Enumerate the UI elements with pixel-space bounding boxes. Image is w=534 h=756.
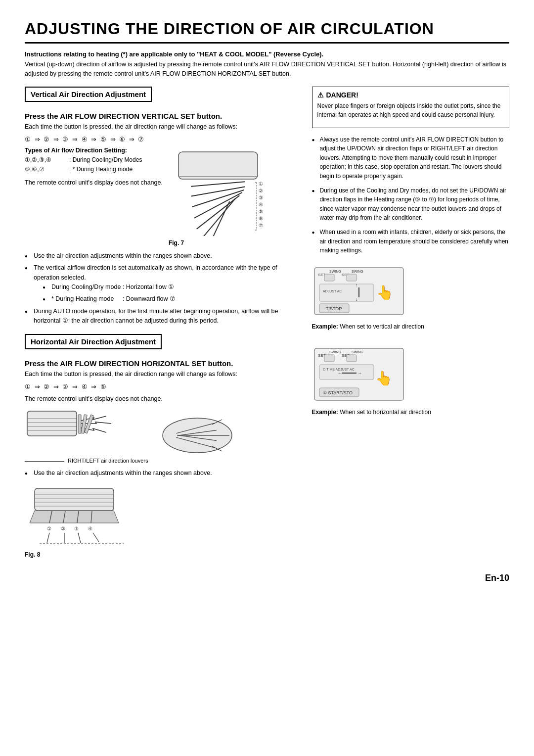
vertical-bullet-3: During AUTO mode operation, for the firs…: [25, 307, 292, 326]
svg-text:③: ③: [259, 195, 263, 200]
remote-horizontal-svg: SET SWING SET SWING ⟳ ⇄ O TIME ADJUST AC…: [312, 346, 406, 405]
svg-text:↑: ↑: [356, 283, 358, 287]
svg-rect-55: [347, 274, 356, 281]
type-val-2: : * During Heating mode: [69, 165, 163, 174]
svg-text:① START/STO: ① START/STO: [323, 390, 353, 395]
horizontal-remote-note: The remote control unit's display does n…: [25, 394, 292, 404]
svg-line-2: [191, 182, 245, 187]
svg-text:④: ④: [259, 202, 263, 207]
horizontal-side-svg: [25, 409, 134, 458]
vertical-section-heading: Vertical Air Direction Adjustment: [25, 87, 152, 102]
vertical-bullet-2: The vertical airflow direction is set au…: [25, 263, 292, 304]
vertical-seq-desc: Each time the button is pressed, the air…: [25, 122, 292, 132]
horizontal-sub-heading: Press the AIR FLOW DIRECTION HORIZONTAL …: [25, 359, 292, 368]
svg-rect-24: [78, 415, 81, 433]
svg-text:SWING: SWING: [329, 270, 341, 273]
svg-rect-19: [27, 411, 77, 436]
type-key-1: ①,②,③,④: [25, 155, 69, 165]
svg-text:↓: ↓: [356, 297, 358, 302]
svg-text:③: ③: [74, 526, 79, 531]
svg-text:👆: 👆: [376, 284, 394, 301]
intro-text: Vertical (up-down) direction of airflow …: [25, 60, 509, 79]
vertical-remote-note: The remote control unit's display does n…: [25, 178, 163, 188]
horizontal-section: Horizontal Air Direction Adjustment Pres…: [25, 334, 292, 558]
main-content: Vertical Air Direction Adjustment Press …: [25, 87, 509, 558]
vertical-sub-heading: Press the AIR FLOW DIRECTION VERTICAL SE…: [25, 112, 292, 120]
svg-rect-72: [319, 365, 374, 379]
type-val-1: : During Cooling/Dry Modes: [69, 155, 163, 165]
svg-text:👆: 👆: [375, 370, 393, 386]
remote-vertical-svg: SET SWING SET SWING ⟳ ⇄ ADJUST AC 👆 T/ST…: [312, 265, 406, 320]
svg-rect-71: [347, 355, 356, 362]
remote-vertical-area: SET SWING SET SWING ⟳ ⇄ ADJUST AC 👆 T/ST…: [312, 265, 510, 331]
svg-text:SWING: SWING: [352, 270, 363, 273]
example-vertical-caption: Example: When set to vertical air direct…: [312, 322, 424, 331]
vertical-fig-area: Types of Air flow Direction Setting: ①,②…: [25, 147, 292, 246]
svg-text:→: →: [357, 371, 362, 376]
svg-rect-33: [35, 488, 114, 511]
danger-box: ⚠ DANGER! Never place fingers or foreign…: [312, 87, 510, 128]
svg-text:①: ①: [47, 526, 51, 531]
remote-horizontal-area: SET SWING SET SWING ⟳ ⇄ O TIME ADJUST AC…: [312, 346, 510, 417]
warning-icon: ⚠: [317, 91, 324, 99]
fig7-svg: ① ② ③ ④ ⑤ ⑥ ⑦: [169, 147, 267, 236]
danger-title: ⚠ DANGER!: [317, 91, 504, 99]
horizontal-sequence: ① ⇒ ② ⇒ ③ ⇒ ④ ⇒ ⑤: [25, 383, 292, 390]
svg-text:⑦: ⑦: [259, 223, 263, 228]
right-bullet-list: Always use the remote control unit's AIR…: [312, 135, 510, 255]
intro-bold: Instructions relating to heating (*) are…: [25, 50, 509, 58]
svg-rect-70: [324, 355, 334, 362]
right-bullet-2: During use of the Cooling and Dry modes,…: [312, 186, 510, 223]
right-column: ⚠ DANGER! Never place fingers or foreign…: [307, 87, 510, 558]
svg-text:④: ④: [88, 526, 92, 531]
fig8-svg: ① ② ③ ④: [25, 483, 153, 548]
svg-text:SWING: SWING: [352, 350, 363, 354]
horizontal-diagram-row: RIGHT/LEFT air direction louvers: [25, 409, 292, 464]
fig8-area: ① ② ③ ④ Fig. 8: [25, 483, 292, 558]
svg-line-5: [194, 192, 242, 218]
vertical-indent-list: During Cooling/Dry mode : Horizontal flo…: [34, 283, 292, 304]
page-number: En-10: [25, 573, 509, 583]
indent-item-1: During Cooling/Dry mode : Horizontal flo…: [43, 283, 292, 292]
example-horizontal-caption: Example: When set to horizontal air dire…: [312, 408, 431, 417]
types-grid: ①,②,③,④ : During Cooling/Dry Modes ⑤,⑥,⑦…: [25, 155, 163, 174]
danger-text: Never place fingers or foreign objects i…: [317, 101, 504, 120]
svg-text:②: ②: [61, 526, 65, 531]
page-title: ADJUSTING THE DIRECTION OF AIR CIRCULATI…: [25, 20, 509, 44]
svg-text:SWING: SWING: [329, 350, 341, 354]
svg-text:T/STOP: T/STOP: [326, 306, 342, 311]
right-bullet-1: Always use the remote control unit's AIR…: [312, 135, 510, 181]
vertical-bullet-1: Use the air direction adjustments within…: [25, 251, 292, 261]
horizontal-side-diagram: RIGHT/LEFT air direction louvers: [25, 409, 148, 464]
svg-text:②: ②: [259, 188, 263, 193]
svg-rect-54: [324, 274, 334, 281]
type-key-2: ⑤,⑥,⑦: [25, 165, 69, 174]
svg-text:ADJUST AC: ADJUST AC: [323, 289, 342, 293]
svg-text:←: ←: [338, 371, 342, 376]
indent-item-2: * During Heating mode : Downward flow ⑦: [43, 294, 292, 304]
vertical-bullet-list: Use the air direction adjustments within…: [25, 251, 292, 326]
svg-line-7: [201, 198, 236, 236]
right-left-label: RIGHT/LEFT air direction louvers: [25, 458, 148, 464]
horizontal-section-heading: Horizontal Air Direction Adjustment: [25, 334, 162, 349]
horizontal-top-diagram: [158, 411, 237, 462]
vertical-types-text: Types of Air flow Direction Setting: ①,②…: [25, 147, 163, 191]
horizontal-bullet-1: Use the air direction adjustments within…: [25, 469, 292, 478]
right-bullet-3: When used in a room with infants, childr…: [312, 228, 510, 255]
vertical-sequence: ① ⇒ ② ⇒ ③ ⇒ ④ ⇒ ⑤ ⇒ ⑥ ⇒ ⑦: [25, 136, 292, 143]
svg-text:①: ①: [259, 181, 263, 187]
fig8-label: Fig. 8: [25, 551, 292, 558]
fig7-diagram: ① ② ③ ④ ⑤ ⑥ ⑦ Fig. 7: [169, 147, 267, 246]
types-label: Types of Air flow Direction Setting:: [25, 147, 163, 154]
svg-rect-0: [178, 152, 258, 179]
horizontal-seq-desc: Each time the button is pressed, the air…: [25, 370, 292, 379]
fig7-label: Fig. 7: [169, 239, 267, 246]
left-column: Vertical Air Direction Adjustment Press …: [25, 87, 292, 558]
svg-text:⑥: ⑥: [259, 216, 263, 221]
vertical-section: Vertical Air Direction Adjustment Press …: [25, 87, 292, 326]
horizontal-bullet-list: Use the air direction adjustments within…: [25, 469, 292, 478]
svg-text:⑤: ⑤: [259, 209, 263, 214]
svg-line-3: [191, 187, 245, 196]
horizontal-top-svg: [158, 411, 237, 460]
